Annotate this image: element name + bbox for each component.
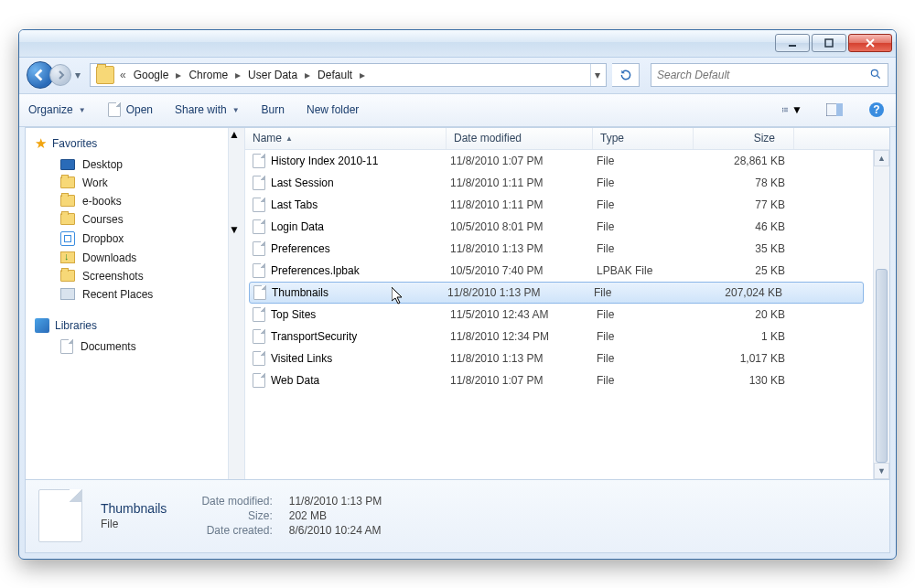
file-row[interactable]: Top Sites11/5/2010 12:43 AMFile20 KB <box>245 304 873 326</box>
open-button[interactable]: Open <box>108 102 153 117</box>
folder-icon <box>96 66 114 84</box>
preview-pane-button[interactable] <box>824 100 845 120</box>
file-row[interactable]: Preferences11/8/2010 1:13 PMFile35 KB <box>245 238 873 260</box>
svg-rect-1 <box>825 39 833 47</box>
close-button[interactable] <box>848 34 892 52</box>
file-row[interactable]: History Index 2010-1111/8/2010 1:07 PMFi… <box>245 150 873 172</box>
file-row[interactable]: Thumbnails11/8/2010 1:13 PMFile207,024 K… <box>249 282 864 304</box>
svg-rect-8 <box>784 111 788 112</box>
column-header-type[interactable]: Type <box>593 128 694 149</box>
nav-item[interactable]: Documents <box>26 337 244 357</box>
file-size: 78 KB <box>697 176 785 189</box>
column-header-date[interactable]: Date modified <box>447 128 593 149</box>
search-input[interactable] <box>657 69 869 81</box>
nav-item-label: Work <box>82 176 108 189</box>
favorites-header[interactable]: ★ Favorites <box>26 132 244 155</box>
file-date: 11/5/2010 12:43 AM <box>450 308 597 321</box>
file-scrollbar[interactable]: ▲ ▼ <box>873 150 889 479</box>
file-type: File <box>597 176 697 189</box>
nav-item[interactable]: Dropbox <box>26 229 244 249</box>
details-date-created-label: Date created: <box>201 524 272 537</box>
nav-item-label: Dropbox <box>82 232 124 245</box>
column-header-size[interactable]: Size <box>694 128 794 149</box>
chevron-right-icon[interactable]: ▸ <box>358 69 367 81</box>
file-list[interactable]: History Index 2010-1111/8/2010 1:07 PMFi… <box>245 150 873 479</box>
refresh-button[interactable] <box>612 63 640 87</box>
file-row[interactable]: Last Tabs11/8/2010 1:11 PMFile77 KB <box>245 194 873 216</box>
file-date: 11/8/2010 1:13 PM <box>450 242 597 255</box>
file-name: Login Data <box>271 220 324 233</box>
forward-button[interactable] <box>49 64 71 86</box>
search-box[interactable] <box>651 63 888 87</box>
nav-item[interactable]: Desktop <box>26 155 244 174</box>
file-name: Top Sites <box>271 308 316 321</box>
help-button[interactable]: ? <box>867 100 887 120</box>
folder-icon <box>60 195 75 207</box>
burn-button[interactable]: Burn <box>262 103 285 116</box>
nav-item-label: Downloads <box>82 251 136 264</box>
breadcrumb-overflow[interactable]: « <box>118 69 128 81</box>
file-icon <box>253 329 265 344</box>
column-headers: Name▲ Date modified Type Size <box>245 128 889 150</box>
file-row[interactable]: Visited Links11/8/2010 1:13 PMFile1,017 … <box>245 347 873 369</box>
details-date-modified-label: Date modified: <box>201 495 272 508</box>
minimize-button[interactable] <box>775 34 810 52</box>
file-date: 11/8/2010 1:07 PM <box>450 374 597 387</box>
maximize-button[interactable] <box>812 34 846 52</box>
titlebar[interactable] <box>19 30 896 58</box>
new-folder-button[interactable]: New folder <box>307 103 359 116</box>
file-type: File <box>597 374 697 387</box>
chevron-right-icon[interactable]: ▸ <box>303 69 312 81</box>
chevron-right-icon[interactable]: ▸ <box>233 69 242 81</box>
downloads-icon <box>60 251 75 263</box>
scrollbar-thumb[interactable] <box>229 141 244 223</box>
file-row[interactable]: TransportSecurity11/8/2010 12:34 PMFile1… <box>245 326 873 347</box>
libraries-header[interactable]: Libraries <box>26 315 244 337</box>
svg-rect-10 <box>836 103 843 116</box>
scroll-up-arrow[interactable]: ▲ <box>229 128 244 141</box>
nav-item[interactable]: Screenshots <box>26 267 244 285</box>
file-size: 20 KB <box>697 308 785 321</box>
address-dropdown[interactable]: ▾ <box>595 69 600 81</box>
file-row[interactable]: Web Data11/8/2010 1:07 PMFile130 KB <box>245 369 873 391</box>
explorer-window: ▾ « Google▸ Chrome▸ User Data▸ Default▸ … <box>18 29 897 560</box>
share-menu[interactable]: Share with▼ <box>175 103 240 116</box>
view-menu[interactable]: ▼ <box>782 100 802 120</box>
file-row[interactable]: Preferences.lpbak10/5/2010 7:40 PMLPBAK … <box>245 260 873 282</box>
nav-scrollbar[interactable]: ▲ ▼ <box>228 128 244 479</box>
breadcrumb-item[interactable]: Default <box>312 64 358 86</box>
navigation-pane[interactable]: ★ Favorites DesktopWorke-booksCoursesDro… <box>26 128 245 479</box>
file-name: Thumbnails <box>272 286 328 299</box>
file-type: File <box>597 352 697 365</box>
breadcrumb-item[interactable]: User Data <box>242 64 303 86</box>
file-icon <box>253 373 265 388</box>
nav-item[interactable]: Downloads <box>26 249 244 267</box>
sort-asc-icon: ▲ <box>285 134 293 143</box>
scroll-up-arrow[interactable]: ▲ <box>874 150 889 166</box>
breadcrumb-item[interactable]: Chrome <box>183 64 233 86</box>
file-row[interactable]: Login Data10/5/2010 8:01 PMFile46 KB <box>245 216 873 238</box>
scroll-down-arrow[interactable]: ▼ <box>229 223 244 236</box>
organize-menu[interactable]: Organize▼ <box>28 103 86 116</box>
search-icon[interactable] <box>869 68 882 83</box>
scrollbar-thumb[interactable] <box>876 269 888 463</box>
nav-history-dropdown[interactable]: ▾ <box>71 61 84 89</box>
dropbox-icon <box>60 231 75 246</box>
nav-item[interactable]: Courses <box>26 210 244 229</box>
file-icon <box>253 219 265 234</box>
breadcrumb-item[interactable]: Google <box>128 64 175 86</box>
file-row[interactable]: Last Session11/8/2010 1:11 PMFile78 KB <box>245 172 873 194</box>
nav-item-label: Recent Places <box>82 288 153 301</box>
svg-rect-7 <box>782 111 783 112</box>
file-size: 207,024 KB <box>694 286 782 299</box>
scroll-down-arrow[interactable]: ▼ <box>874 463 889 479</box>
file-name: Preferences.lpbak <box>271 264 360 277</box>
nav-item[interactable]: e-books <box>26 192 244 210</box>
nav-item[interactable]: Recent Places <box>26 285 244 304</box>
desktop-icon <box>60 159 75 170</box>
file-size: 130 KB <box>697 374 785 387</box>
chevron-right-icon[interactable]: ▸ <box>174 69 183 81</box>
nav-item[interactable]: Work <box>26 174 244 192</box>
breadcrumb-bar[interactable]: « Google▸ Chrome▸ User Data▸ Default▸ ▾ <box>90 63 607 87</box>
column-header-name[interactable]: Name▲ <box>245 128 447 149</box>
